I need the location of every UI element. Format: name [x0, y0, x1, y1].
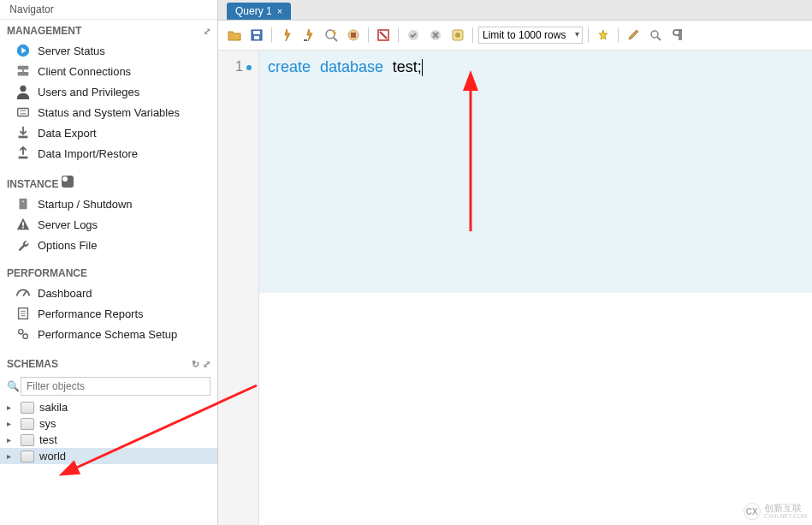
schema-filter-input[interactable] [21, 377, 210, 396]
expand-icon[interactable]: ⤢ [204, 27, 210, 36]
schema-name: test [39, 433, 57, 446]
schema-filter-row: 🔍 [0, 373, 217, 399]
play-circle-icon [15, 43, 31, 58]
limit-select-wrap[interactable]: Limit to 1000 rows [478, 27, 583, 44]
editor-gutter: 1 [218, 51, 259, 525]
limit-select[interactable]: Limit to 1000 rows [478, 27, 583, 44]
nav-item-label: Data Export [38, 127, 97, 140]
import-icon [15, 146, 31, 161]
execute-icon[interactable] [277, 26, 296, 45]
svg-rect-2 [18, 72, 29, 76]
watermark-icon: CX [744, 503, 761, 520]
instance-icon [62, 176, 74, 188]
schema-item-sakila[interactable]: ▸ sakila [0, 399, 217, 415]
stop-icon[interactable] [344, 26, 363, 45]
svg-rect-5 [18, 109, 29, 116]
chevron-right-icon: ▸ [7, 435, 17, 444]
nav-data-import[interactable]: Data Import/Restore [0, 143, 217, 164]
tab-query1[interactable]: Query 1 × [227, 3, 291, 20]
svg-line-26 [334, 38, 337, 41]
nav-item-label: Status and System Variables [38, 106, 180, 119]
nav-item-label: Data Import/Restore [38, 147, 138, 160]
refresh-icon[interactable]: ↻ [192, 359, 199, 370]
schema-item-test[interactable]: ▸ test [0, 432, 217, 448]
svg-line-30 [380, 32, 387, 39]
chevron-right-icon: ▸ [7, 419, 17, 428]
instance-header-label: INSTANCE [7, 178, 58, 190]
nav-users-privileges[interactable]: Users and Privileges [0, 81, 217, 102]
svg-point-20 [23, 334, 27, 338]
server-icon [15, 196, 31, 212]
rollback-icon[interactable] [426, 26, 445, 45]
schema-item-world[interactable]: ▸ world [0, 448, 217, 464]
expand-icon[interactable]: ⤢ [203, 359, 210, 370]
navigator-panel: Navigator MANAGEMENT ⤢ Server Status Cli… [0, 0, 218, 525]
keyword: create [268, 58, 311, 75]
nav-data-export[interactable]: Data Export [0, 122, 217, 143]
export-icon [15, 125, 31, 140]
nav-server-status[interactable]: Server Status [0, 40, 217, 61]
nav-status-variables[interactable]: Status and System Variables [0, 102, 217, 122]
nav-dashboard[interactable]: Dashboard [0, 283, 217, 303]
nav-client-connections[interactable]: Client Connections [0, 61, 217, 81]
nav-performance-reports[interactable]: Performance Reports [0, 303, 217, 324]
find-icon[interactable] [646, 26, 665, 45]
svg-rect-12 [22, 222, 24, 226]
watermark-sub: CXHLNET.COM [764, 513, 807, 519]
keyword: database [320, 58, 383, 75]
svg-rect-22 [253, 31, 260, 34]
svg-rect-10 [20, 199, 27, 210]
schema-item-sys[interactable]: ▸ sys [0, 415, 217, 432]
nav-server-logs[interactable]: Server Logs [0, 214, 217, 235]
management-header-label: MANAGEMENT [7, 25, 81, 37]
svg-point-19 [19, 330, 23, 334]
database-icon [21, 418, 36, 430]
commit-icon[interactable] [404, 26, 423, 45]
gears-icon [15, 326, 31, 342]
nav-item-label: Server Status [38, 45, 105, 57]
nav-performance-schema[interactable]: Performance Schema Setup [0, 324, 217, 344]
connections-icon [15, 63, 31, 79]
nav-options-file[interactable]: Options File [0, 235, 217, 255]
nav-startup-shutdown[interactable]: Startup / Shutdown [0, 194, 217, 214]
close-icon[interactable]: × [277, 6, 282, 16]
management-header: MANAGEMENT ⤢ [0, 20, 217, 40]
nav-item-label: Users and Privileges [38, 86, 139, 98]
database-icon [21, 450, 36, 462]
svg-rect-3 [22, 69, 24, 72]
schemas-header: SCHEMAS ↻ ⤢ [0, 353, 217, 373]
line-number: 1 [218, 56, 258, 78]
save-icon[interactable] [247, 26, 266, 45]
svg-point-37 [651, 31, 658, 38]
statement-dot-icon [246, 65, 252, 70]
watermark: CX 创新互联 CXHLNET.COM [744, 503, 807, 520]
beautify-icon[interactable] [594, 26, 613, 45]
svg-rect-28 [351, 33, 356, 38]
open-icon[interactable] [225, 26, 244, 45]
svg-point-11 [22, 200, 24, 202]
toggle-limit-icon[interactable] [374, 26, 393, 45]
database-icon [21, 402, 36, 414]
autocommit-icon[interactable] [448, 26, 467, 45]
tab-label: Query 1 [235, 5, 272, 17]
paragraph-icon[interactable] [668, 26, 687, 45]
schemas-header-label: SCHEMAS [7, 358, 58, 370]
svg-rect-13 [22, 227, 24, 229]
database-icon [21, 434, 36, 446]
variables-icon [15, 104, 31, 120]
chevron-right-icon: ▸ [7, 403, 17, 412]
svg-rect-8 [19, 136, 28, 139]
instance-header: INSTANCE [0, 170, 217, 194]
explain-icon[interactable] [322, 26, 341, 45]
performance-header-label: PERFORMANCE [7, 267, 87, 279]
execute-current-icon[interactable] [299, 26, 318, 45]
navigator-title: Navigator [0, 0, 217, 20]
schema-name: sys [39, 417, 56, 430]
nav-item-label: Performance Reports [38, 307, 144, 320]
code-line[interactable]: create database test; [259, 51, 812, 293]
nav-item-label: Dashboard [38, 287, 92, 300]
main-area: Query 1 × Limit to 1000 rows [218, 0, 812, 525]
sql-editor[interactable]: 1 create database test; [218, 51, 812, 525]
brush-icon[interactable] [624, 26, 643, 45]
tab-bar: Query 1 × [218, 0, 812, 21]
